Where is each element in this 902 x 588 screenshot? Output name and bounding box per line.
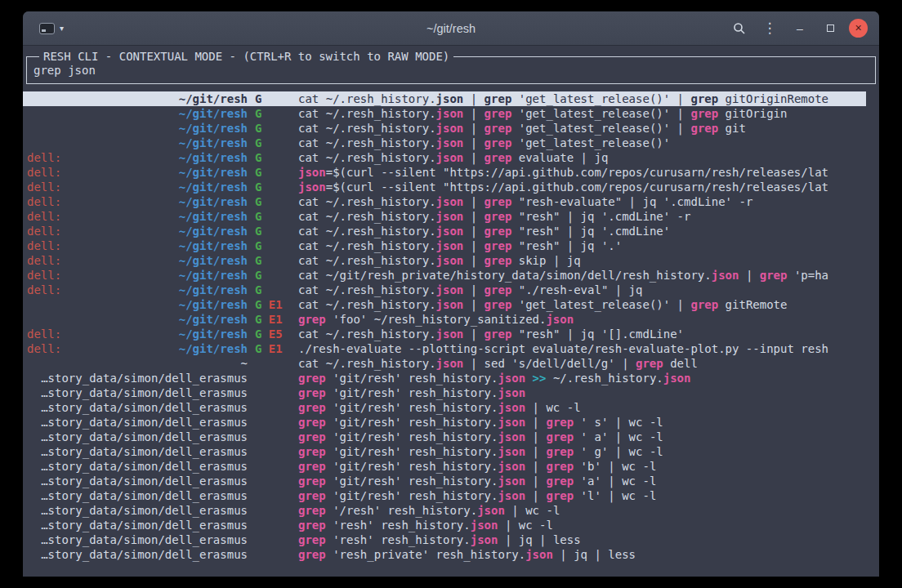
flags: G (248, 106, 298, 121)
history-row[interactable]: ~/git/reshGcat ~/.resh_history.json | gr… (23, 121, 866, 136)
command-segment: | (739, 269, 759, 282)
match-highlight: json (436, 107, 464, 120)
command-segment: =$(curl --silent "https://api.github.com… (326, 166, 828, 179)
redirect-operator: >> (533, 372, 547, 385)
command-text: cat ~/.resh_history.json | grep 'get_lat… (298, 136, 866, 150)
history-row[interactable]: ~cat ~/.resh_history.json | sed 's/dell/… (23, 356, 866, 371)
match-highlight: grep (690, 122, 718, 135)
history-row[interactable]: ~/git/reshG E1cat ~/.resh_history.json |… (23, 297, 866, 312)
history-row[interactable]: dell:~/git/reshGjson=$(curl --silent "ht… (23, 165, 866, 180)
search-query-input[interactable]: grep json (33, 63, 869, 78)
history-row[interactable]: dell:~/git/reshGcat ~/.resh_history.json… (23, 224, 866, 238)
history-row[interactable]: …story_data/simon/dell_erasmusgrep 'git/… (23, 400, 866, 415)
command-segment: 'l' | wc -l (574, 489, 656, 502)
history-row[interactable]: …story_data/simon/dell_erasmusgrep 'git/… (23, 385, 866, 400)
restore-button[interactable] (819, 17, 842, 40)
match-highlight: grep (298, 533, 326, 546)
flags: G E1 (248, 297, 298, 312)
history-row[interactable]: dell:~/git/reshG E1./resh-evaluate --plo… (23, 341, 866, 356)
history-row[interactable]: dell:~/git/reshGjson=$(curl --silent "ht… (23, 180, 866, 194)
history-row[interactable]: dell:~/git/reshGcat ~/.resh_history.json… (23, 194, 866, 209)
command-segment: | (525, 474, 546, 488)
command-segment: cat ~/.resh_history. (298, 122, 436, 135)
command-segment: | (463, 151, 484, 164)
minimize-button[interactable]: – (788, 17, 811, 40)
command-segment: | (463, 122, 484, 135)
history-row[interactable]: ~/git/reshG E1grep 'foo' ~/resh_history_… (23, 312, 866, 327)
command-segment: 'p=ha (787, 269, 828, 282)
history-row[interactable]: …story_data/simon/dell_erasmusgrep 'git/… (23, 488, 866, 503)
command-text: cat ~/.resh_history.json | grep "resh" |… (298, 238, 866, 253)
command-segment: | wc -l (525, 401, 580, 414)
command-segment: cat ~/.resh_history. (298, 357, 436, 370)
host-label: dell: (27, 180, 61, 194)
command-segment: 'get_latest_release()' | (511, 107, 690, 120)
close-button[interactable]: × (849, 19, 868, 38)
command-text: grep 'resh_private' resh_history.json | … (298, 547, 866, 562)
match-highlight: json (498, 474, 525, 488)
command-text: ./resh-evaluate --plotting-script evalua… (298, 341, 866, 356)
row-context: dell:~/git/resh (27, 327, 248, 341)
history-row[interactable]: dell:~/git/reshGcat ~/git/resh_private/h… (23, 268, 866, 283)
flags: G (248, 209, 298, 224)
history-row[interactable]: ~/git/reshGcat ~/.resh_history.json | gr… (23, 106, 866, 121)
history-row[interactable]: dell:~/git/reshGcat ~/.resh_history.json… (23, 253, 866, 268)
history-row[interactable]: …story_data/simon/dell_erasmusgrep 'git/… (23, 430, 866, 444)
history-row[interactable]: dell:~/git/reshGcat ~/.resh_history.json… (23, 209, 866, 224)
row-context: …story_data/simon/dell_erasmus (27, 371, 248, 385)
command-text: grep 'git/resh' resh_history.json | grep… (298, 415, 866, 430)
history-row[interactable]: …story_data/simon/dell_erasmusgrep 'git/… (23, 474, 866, 488)
history-row-selected[interactable]: ~/git/reshGcat ~/.resh_history.json | gr… (23, 91, 866, 106)
history-row[interactable]: …story_data/simon/dell_erasmusgrep '/res… (23, 503, 866, 518)
row-context: ~/git/resh (27, 106, 248, 121)
history-row[interactable]: dell:~/git/reshG E5cat ~/.resh_history.j… (23, 327, 866, 341)
history-row[interactable]: dell:~/git/reshGcat ~/.resh_history.json… (23, 238, 866, 253)
row-context: …story_data/simon/dell_erasmus (27, 532, 248, 547)
match-highlight: json (498, 430, 525, 443)
history-row[interactable]: ~/git/reshGcat ~/.resh_history.json | gr… (23, 136, 866, 150)
flags (248, 459, 298, 474)
history-row[interactable]: …story_data/simon/dell_erasmusgrep 'git/… (23, 444, 866, 459)
command-text: grep 'resh' resh_history.json | jq | les… (298, 532, 866, 547)
directory-label: …story_data/simon/dell_erasmus (27, 488, 248, 503)
match-highlight: grep (484, 239, 512, 252)
flags: G (248, 180, 298, 194)
command-segment: | (525, 460, 546, 473)
flags: G (248, 253, 298, 268)
directory-label: ~/git/resh (61, 341, 248, 356)
match-highlight: json (663, 372, 691, 385)
git-flag: G (255, 180, 261, 194)
match-highlight: json (436, 225, 464, 238)
command-segment: 'a' | wc -l (574, 474, 656, 488)
match-highlight: json (498, 445, 525, 458)
history-row[interactable]: …story_data/simon/dell_erasmusgrep 'git/… (23, 459, 866, 474)
chevron-down-icon: ▾ (60, 24, 64, 33)
host-label: dell: (27, 268, 61, 283)
history-row[interactable]: …story_data/simon/dell_erasmusgrep 'resh… (23, 547, 866, 562)
history-row[interactable]: …story_data/simon/dell_erasmusgrep 'resh… (23, 532, 866, 547)
command-text: grep 'git/resh' resh_history.json | grep… (298, 459, 866, 474)
menu-button[interactable]: ⋮ (758, 17, 781, 40)
match-highlight: grep (484, 298, 512, 311)
command-segment: | (463, 195, 484, 208)
match-highlight: grep (546, 489, 574, 502)
match-highlight: grep (690, 298, 718, 311)
match-highlight: json (436, 283, 464, 296)
command-segment: cat ~/.resh_history. (298, 195, 436, 208)
directory-label: ~/git/resh (61, 327, 248, 341)
history-row[interactable]: dell:~/git/reshGcat ~/.resh_history.json… (23, 283, 866, 297)
new-terminal-button[interactable]: ▾ (34, 20, 69, 38)
flags: G (248, 91, 298, 106)
history-row[interactable]: dell:~/git/reshGcat ~/.resh_history.json… (23, 150, 866, 165)
directory-label: ~/git/resh (61, 150, 248, 165)
match-highlight: grep (298, 519, 326, 532)
match-highlight: grep (484, 136, 512, 149)
history-row[interactable]: …story_data/simon/dell_erasmusgrep 'resh… (23, 518, 866, 532)
directory-label: …story_data/simon/dell_erasmus (27, 371, 248, 385)
history-row[interactable]: …story_data/simon/dell_erasmusgrep 'git/… (23, 415, 866, 430)
history-row[interactable]: …story_data/simon/dell_erasmusgrep 'git/… (23, 371, 866, 385)
match-highlight: grep (484, 254, 512, 267)
match-highlight: grep (298, 386, 326, 399)
directory-label: ~/git/resh (27, 312, 248, 327)
search-button[interactable] (728, 17, 751, 40)
